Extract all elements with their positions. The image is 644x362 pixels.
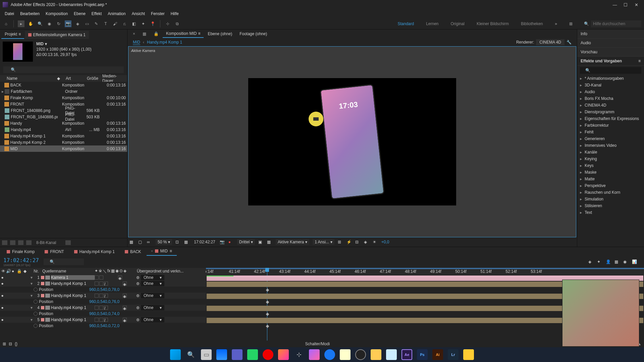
project-item[interactable]: ▸FarbflächenOrdner — [0, 88, 127, 95]
resolution-select[interactable]: Drittel ▾ — [237, 239, 255, 245]
roi-icon[interactable]: ▣ — [258, 240, 264, 244]
effect-category[interactable]: ▸* Animationsvorgaben — [577, 75, 644, 82]
project-tab[interactable]: Projekt ≡ — [1, 30, 24, 39]
menu-datei[interactable]: Datei — [2, 10, 17, 17]
effect-category[interactable]: ▸Keying — [577, 156, 644, 162]
phone-layer[interactable]: 17:03 — [320, 84, 385, 200]
effect-category[interactable]: ▸Eigenschaften für Expressions — [577, 115, 644, 122]
shy-icon[interactable]: 👤 — [606, 259, 611, 264]
effect-category[interactable]: ▸Fehlt — [577, 129, 644, 135]
flowchart-icon[interactable]: ▦ — [139, 30, 150, 38]
breadcrumb-child[interactable]: Handy.mp4 Komp 1 — [147, 40, 182, 45]
timeline-layer[interactable]: ●▾1Kamera 1◈⊚Ohne ▾ — [0, 275, 206, 281]
effect-category[interactable]: ▸Immersives Video — [577, 142, 644, 149]
timeline-tab[interactable]: Finale Komp — [2, 248, 39, 256]
pen-tool-icon[interactable]: ✎ — [93, 20, 100, 27]
lock-col-icon[interactable]: 🔒 — [17, 269, 23, 274]
effect-category[interactable]: ▸CINEMA 4D — [577, 102, 644, 109]
effect-category[interactable]: ▸3D-Kanal — [577, 82, 644, 88]
effect-category[interactable]: ▸Simulation — [577, 196, 644, 202]
col-tag-icon[interactable]: ◆ — [57, 76, 64, 81]
project-item[interactable]: FRONT_1840886.pngPNG-Datei596 KB — [0, 107, 127, 114]
comp-tab-footage[interactable]: Footage (ohne) — [236, 30, 270, 38]
comp-tab-mid[interactable]: Komposition MID ≡ — [163, 30, 204, 38]
whatsapp-icon[interactable] — [247, 349, 258, 360]
effect-category[interactable]: ▸Rauschen und Korn — [577, 189, 644, 196]
start-button[interactable] — [170, 349, 181, 360]
renderer-value[interactable]: CINEMA 4D — [536, 39, 565, 45]
messenger-icon[interactable] — [309, 349, 320, 360]
new-comp-icon[interactable] — [10, 240, 15, 245]
effect-category[interactable]: ▸Audio — [577, 88, 644, 95]
eraser-tool-icon[interactable]: ◧ — [130, 20, 137, 27]
new-folder-icon[interactable] — [18, 240, 23, 245]
keyframe-icon[interactable] — [266, 301, 269, 304]
selection-tool-icon[interactable]: ▸ — [18, 20, 24, 27]
camera-select[interactable]: Aktive Kamera ▾ — [276, 239, 309, 245]
effect-category[interactable]: ▸Boris FX Mocha — [577, 95, 644, 102]
view-layout-select[interactable]: 1 Ansi... ▾ — [313, 239, 334, 245]
taskbar-search-icon[interactable]: 🔍 — [185, 349, 196, 360]
col-name[interactable]: Name — [0, 76, 57, 81]
breadcrumb-root[interactable]: MID — [133, 40, 140, 45]
composition-viewer[interactable]: Aktive Kamera 17:03 — [128, 46, 576, 237]
brush-tool-icon[interactable]: 🖌 — [112, 20, 118, 27]
draft-3d-icon[interactable]: ✦ — [597, 259, 602, 264]
close-button[interactable]: ✕ — [634, 2, 639, 7]
project-item[interactable]: Handy.mp4 Komp 1Komposition0:00:13:16 — [0, 133, 127, 139]
eye-col-icon[interactable]: 👁 — [1, 269, 5, 274]
menu-komposition[interactable]: Komposition — [43, 10, 70, 17]
keyframe-icon[interactable] — [266, 313, 269, 316]
home-icon[interactable]: ⌂ — [3, 20, 9, 27]
col-type[interactable]: Art — [64, 76, 80, 81]
effect-category[interactable]: ▸Stilisieren — [577, 202, 644, 209]
adjustment-icon[interactable] — [26, 240, 32, 245]
menu-fenster[interactable]: Fenster — [148, 10, 167, 17]
grid-icon[interactable]: ▦ — [184, 240, 190, 244]
task-view-icon[interactable]: ▭ — [201, 349, 212, 360]
firefox-icon[interactable] — [278, 349, 289, 360]
comp-tab-close-icon[interactable]: × — [129, 30, 139, 38]
workspace-more-icon[interactable]: » — [553, 21, 559, 26]
workspace-bibliotheken[interactable]: Bibliotheken — [519, 21, 545, 26]
menu-animation[interactable]: Animation — [105, 10, 128, 17]
loop-icon[interactable]: ∞ — [147, 240, 152, 244]
timeline-layer[interactable]: ●▾2Handy.mp4 Komp 1/◈⊚Ohne ▾ — [0, 281, 206, 287]
flowchart-footer-icon[interactable]: ◈ — [364, 240, 369, 244]
pan-behind-tool-icon[interactable]: ◈ — [74, 20, 81, 27]
layer-property[interactable]: Position960,0,540,0,78,0 — [0, 287, 206, 293]
photoshop-icon[interactable]: Ps — [417, 349, 428, 360]
layer-property[interactable]: Position960,0,540,0,74,0 — [0, 311, 206, 317]
camera-tool-icon[interactable]: 📷 — [65, 20, 71, 27]
channel-icon[interactable]: ● — [228, 240, 234, 244]
workspace-original[interactable]: Original — [449, 21, 467, 26]
timeline-search-input[interactable] — [44, 258, 84, 265]
after-effects-icon[interactable]: Ae — [401, 349, 412, 360]
col-layer-name[interactable]: Quellenname — [41, 269, 95, 274]
zoom-select[interactable]: 50 % ▾ — [156, 239, 172, 245]
audio-col-icon[interactable]: 🔊 — [6, 269, 11, 274]
keyframe-icon[interactable] — [266, 289, 269, 292]
project-item[interactable]: Handy.mp4AVI... MB0:00:13:16 — [0, 126, 127, 133]
notepad-icon[interactable] — [386, 349, 397, 360]
toggle-brackets-icon[interactable]: {} — [15, 342, 17, 346]
effect-category[interactable]: ▸Keys — [577, 162, 644, 169]
effects-search-input[interactable] — [580, 67, 641, 74]
motion-blur-icon[interactable]: ◉ — [623, 259, 629, 264]
puppet-tool-icon[interactable]: 📍 — [149, 20, 156, 27]
project-item[interactable]: Handy.mp4 Komp 2Komposition0:00:13:16 — [0, 139, 127, 145]
frame-blend-icon[interactable]: ▦ — [614, 259, 620, 264]
project-search-input[interactable] — [3, 66, 124, 73]
zoom-tool-icon[interactable]: 🔍 — [37, 20, 43, 27]
layer-property[interactable]: Position960,0,540,0,72,0 — [0, 323, 206, 329]
fast-preview-icon[interactable]: ⚡ — [346, 240, 352, 244]
renderer-settings-icon[interactable]: 🔧 — [567, 40, 572, 45]
comp-flowchart-icon[interactable]: ◈ — [588, 259, 594, 264]
effect-category[interactable]: ▸Dienstprogramm — [577, 109, 644, 115]
pixel-aspect-icon[interactable]: ⊞ — [338, 240, 343, 244]
toggle-switches-icon[interactable]: ⊞ — [3, 342, 6, 346]
snapshot-icon[interactable]: 📷 — [220, 240, 225, 244]
effect-category[interactable]: ▸Generieren — [577, 135, 644, 142]
effect-category[interactable]: ▸Text — [577, 209, 644, 216]
effect-category[interactable]: ▸Perspektive — [577, 182, 644, 189]
